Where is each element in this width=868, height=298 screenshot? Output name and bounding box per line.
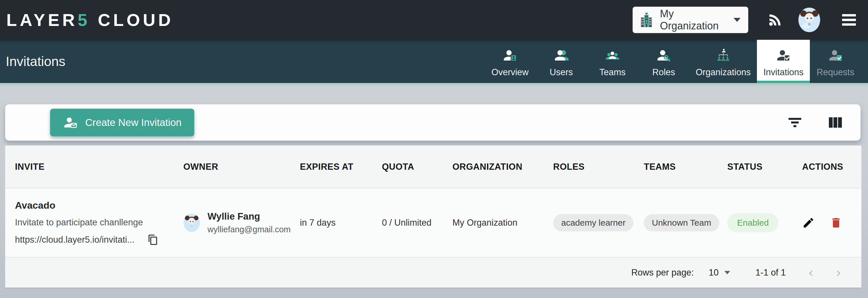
owner-name: Wyllie Fang [208, 211, 291, 222]
topbar-right-cluster: My Organization [632, 7, 856, 33]
status-badge: Enabled [727, 213, 778, 232]
filter-button[interactable] [785, 114, 805, 131]
role-chip: academy learner [553, 214, 633, 232]
view-columns-icon [827, 116, 844, 129]
delete-invitation-button[interactable] [830, 216, 842, 229]
group-icon [604, 45, 620, 63]
tab-invitations[interactable]: Invitations [757, 40, 810, 83]
invitations-table: INVITE OWNER EXPIRES AT QUOTA ORGANIZATI… [5, 145, 861, 288]
column-header-owner[interactable]: OWNER [174, 145, 290, 188]
avatar-illustration [798, 7, 820, 32]
tab-label: Teams [599, 67, 625, 78]
section-nav-bar: Invitations Overview Users [0, 40, 868, 83]
tab-label: Organizations [695, 67, 751, 78]
team-chip: Unknown Team [644, 214, 719, 232]
create-new-invitation-label: Create New Invitation [85, 117, 182, 128]
building-icon [639, 12, 654, 28]
expires-at-cell: in 7 days [290, 188, 372, 257]
invite-link[interactable]: https://cloud.layer5.io/invitati... [15, 235, 134, 245]
column-header-organization[interactable]: ORGANIZATION [443, 145, 544, 188]
rows-per-page-select[interactable]: 10 [709, 267, 730, 278]
tab-organizations[interactable]: Organizations [689, 40, 757, 83]
copy-icon [148, 234, 158, 246]
nav-tabs: Overview Users Teams [484, 40, 861, 83]
table-tools [785, 114, 845, 131]
tab-users[interactable]: Users [536, 40, 587, 83]
table-row: Avacado Invitate to participate chanllen… [5, 188, 861, 258]
column-header-status[interactable]: STATUS [717, 145, 792, 188]
tab-label: Users [550, 67, 573, 78]
invite-name: Avacado [15, 200, 55, 211]
table-footer: Rows per page: 10 1-1 of 1 ‹ › [5, 258, 861, 288]
owner-email: wylliefang@gmail.com [208, 225, 291, 234]
teams-cell: Unknown Team [634, 188, 717, 257]
column-header-roles[interactable]: ROLES [544, 145, 634, 188]
pagination-range: 1-1 of 1 [755, 267, 786, 278]
logo-text-cloud: CLOUD [98, 10, 174, 30]
tab-teams[interactable]: Teams [587, 40, 638, 83]
org-hierarchy-icon [715, 45, 731, 63]
tab-overview[interactable]: Overview [484, 40, 536, 83]
owner-avatar [183, 214, 200, 232]
column-header-expires-at[interactable]: EXPIRES AT [290, 145, 372, 188]
pencil-icon [802, 216, 815, 229]
tab-requests[interactable]: Requests [810, 40, 861, 83]
main-content: Create New Invitation INVITE [0, 83, 868, 298]
layer5-cloud-logo: LAYER5 CLOUD [6, 10, 174, 30]
person-check-icon [776, 45, 791, 63]
rss-feed-icon[interactable] [767, 11, 783, 28]
chevron-down-icon [724, 271, 730, 274]
tab-label: Roles [652, 67, 675, 78]
person-key-icon [656, 45, 672, 63]
chevron-down-icon [734, 18, 741, 22]
top-app-bar: LAYER5 CLOUD My Organization [0, 0, 868, 40]
tab-label: Requests [817, 67, 855, 78]
previous-page-button[interactable]: ‹ [808, 266, 813, 279]
quota-cell: 0 / Unlimited [372, 188, 443, 257]
owner-cell: Wyllie Fang wylliefang@gmail.com [174, 188, 290, 257]
status-cell: Enabled [717, 188, 792, 257]
roles-cell: academy learner [544, 188, 634, 257]
filter-icon [787, 116, 803, 129]
logo-text-5: 5 [78, 10, 90, 30]
hamburger-menu-icon[interactable] [842, 14, 856, 26]
column-header-quota[interactable]: QUOTA [372, 145, 443, 188]
column-header-teams[interactable]: TEAMS [634, 145, 717, 188]
toolbar-card: Create New Invitation [5, 104, 861, 141]
tab-roles[interactable]: Roles [638, 40, 689, 83]
column-header-invite[interactable]: INVITE [5, 145, 174, 188]
invite-description: Invitate to participate chanllenge [15, 217, 143, 228]
two-users-icon [553, 45, 569, 63]
actions-cell [792, 188, 861, 257]
organization-selector[interactable]: My Organization [632, 7, 748, 33]
create-new-invitation-button[interactable]: Create New Invitation [50, 109, 194, 136]
edit-invitation-button[interactable] [802, 216, 815, 229]
person-badge-icon [502, 45, 518, 63]
page-title: Invitations [6, 54, 65, 69]
person-mail-icon [63, 115, 78, 130]
rows-per-page-label: Rows per page: [631, 267, 693, 278]
trash-icon [830, 216, 842, 229]
table-header-row: INVITE OWNER EXPIRES AT QUOTA ORGANIZATI… [5, 145, 861, 188]
tab-label: Overview [492, 67, 529, 78]
logo-text-layer: LAYER [6, 10, 78, 30]
view-columns-button[interactable] [826, 114, 845, 131]
organization-cell: My Organization [443, 188, 544, 257]
tab-label: Invitations [763, 67, 804, 78]
column-header-actions: ACTIONS [792, 145, 861, 188]
organization-selector-value: My Organization [660, 8, 734, 32]
next-page-button[interactable]: › [836, 266, 841, 279]
invite-cell: Avacado Invitate to participate chanllen… [5, 188, 174, 257]
copy-link-button[interactable] [148, 234, 158, 246]
person-check-muted-icon [828, 45, 843, 63]
user-avatar[interactable] [798, 7, 820, 32]
rows-per-page-value: 10 [709, 267, 719, 278]
